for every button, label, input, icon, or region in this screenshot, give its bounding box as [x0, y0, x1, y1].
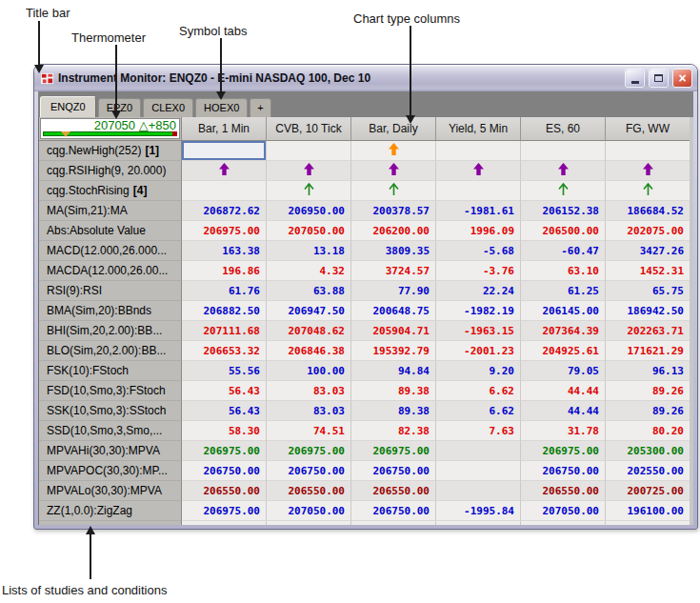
- grid-cell[interactable]: -1995.84: [436, 501, 521, 521]
- grid-cell[interactable]: 89.26: [606, 381, 690, 401]
- grid-cell[interactable]: [436, 141, 521, 161]
- grid-cell[interactable]: [351, 181, 436, 201]
- grid-cell[interactable]: 44.44: [521, 401, 606, 421]
- grid-cell[interactable]: [521, 141, 606, 161]
- grid-cell[interactable]: 9.20: [436, 361, 521, 381]
- grid-cell[interactable]: 74.51: [267, 421, 351, 441]
- grid-cell[interactable]: 206750.00: [351, 461, 436, 481]
- grid-cell[interactable]: 206975.00: [182, 221, 267, 241]
- grid-cell[interactable]: 79.05: [521, 361, 606, 381]
- grid-cell[interactable]: 207111.68: [182, 321, 267, 341]
- grid-cell[interactable]: 7.63: [436, 421, 521, 441]
- grid-cell[interactable]: [267, 181, 351, 201]
- grid-cell[interactable]: 206500.00: [521, 221, 606, 241]
- study-row-label[interactable]: BHI(Sim,20,2.00):BB...: [39, 321, 182, 341]
- grid-cell[interactable]: 22.24: [436, 281, 521, 301]
- grid-cell[interactable]: -60.47: [521, 241, 606, 261]
- grid-cell[interactable]: 206200.00: [351, 221, 436, 241]
- grid-cell[interactable]: 200725.00: [606, 481, 690, 501]
- grid-cell[interactable]: 207050.00: [267, 501, 351, 521]
- grid-cell[interactable]: 6.62: [436, 401, 521, 421]
- grid-cell[interactable]: [606, 161, 690, 181]
- grid-cell[interactable]: 3427.26: [606, 241, 690, 261]
- study-row-label[interactable]: MACDA(12.000,26.00...: [39, 261, 182, 281]
- minimize-button[interactable]: [625, 69, 645, 88]
- grid-cell[interactable]: 89.38: [351, 381, 436, 401]
- grid-cell[interactable]: [436, 161, 521, 181]
- grid-cell[interactable]: 207364.39: [521, 321, 606, 341]
- grid-cell[interactable]: [521, 181, 606, 201]
- grid-cell[interactable]: 206550.00: [182, 481, 267, 501]
- grid-cell[interactable]: 204925.61: [521, 341, 606, 361]
- grid-cell[interactable]: 56.43: [182, 401, 267, 421]
- grid-cell[interactable]: 206750.00: [267, 461, 351, 481]
- grid-cell[interactable]: 4.32: [267, 261, 351, 281]
- grid-cell[interactable]: 206653.32: [182, 341, 267, 361]
- grid-cell[interactable]: 82.38: [351, 421, 436, 441]
- grid-cell[interactable]: 94.84: [351, 361, 436, 381]
- grid-cell[interactable]: [521, 161, 606, 181]
- study-row-label[interactable]: MPVALo(30,30):MPVA: [39, 481, 182, 501]
- grid-cell[interactable]: 206750.00: [521, 461, 606, 481]
- grid-cell[interactable]: 205300.00: [606, 441, 690, 461]
- grid-cell[interactable]: [351, 141, 436, 161]
- grid-cell[interactable]: 206975.00: [521, 441, 606, 461]
- study-row-label[interactable]: MA(Sim,21):MA: [39, 201, 182, 221]
- study-row-label[interactable]: cqg.RSIHigh(9, 20.000): [39, 161, 182, 181]
- grid-cell[interactable]: [436, 181, 521, 201]
- grid-cell[interactable]: 206975.00: [267, 441, 351, 461]
- grid-cell[interactable]: [267, 161, 351, 181]
- grid-cell[interactable]: 63.10: [521, 261, 606, 281]
- study-row-label[interactable]: cqg.StochRising[4]: [39, 181, 182, 201]
- maximize-button[interactable]: [649, 69, 669, 88]
- grid-cell[interactable]: -3.76: [436, 261, 521, 281]
- grid-cell[interactable]: 206947.50: [267, 301, 351, 321]
- grid-cell[interactable]: 1452.31: [606, 261, 690, 281]
- study-row-label[interactable]: RSI(9):RSI: [39, 281, 182, 301]
- grid-cell[interactable]: 206750.00: [351, 501, 436, 521]
- grid-cell[interactable]: -1963.15: [436, 321, 521, 341]
- study-row-label[interactable]: SSD(10,Smo,3,Smo,...: [39, 421, 182, 441]
- grid-cell[interactable]: 206750.00: [182, 461, 267, 481]
- study-row-label[interactable]: FSD(10,Smo,3):FStoch: [39, 381, 182, 401]
- tab-hoex0[interactable]: HOEX0: [195, 98, 248, 117]
- grid-cell[interactable]: -1982.19: [436, 301, 521, 321]
- grid-cell[interactable]: 61.76: [182, 281, 267, 301]
- column-header[interactable]: Yield, 5 Min: [436, 117, 521, 141]
- grid-cell[interactable]: 3809.35: [351, 241, 436, 261]
- grid-cell[interactable]: [436, 481, 521, 501]
- grid-cell[interactable]: 13.18: [267, 241, 351, 261]
- grid-cell[interactable]: 100.00: [267, 361, 351, 381]
- study-row-label[interactable]: SSK(10,Smo,3):SStoch: [39, 401, 182, 421]
- grid-cell[interactable]: 80.20: [606, 421, 690, 441]
- study-row-label[interactable]: MPVAHi(30,30):MPVA: [39, 441, 182, 461]
- column-header[interactable]: Bar, Daily: [351, 117, 436, 141]
- grid-cell[interactable]: 186684.52: [606, 201, 690, 221]
- grid-cell[interactable]: 96.13: [606, 361, 690, 381]
- grid-cell[interactable]: [606, 181, 690, 201]
- grid-cell[interactable]: 89.38: [351, 401, 436, 421]
- grid-cell[interactable]: 206550.00: [521, 481, 606, 501]
- grid-cell[interactable]: 206975.00: [182, 441, 267, 461]
- column-header[interactable]: Bar, 1 Min: [182, 117, 267, 141]
- grid-cell[interactable]: -1981.61: [436, 201, 521, 221]
- grid-cell[interactable]: 202075.00: [606, 221, 690, 241]
- grid-cell[interactable]: [182, 141, 267, 161]
- grid-cell[interactable]: 196.86: [182, 261, 267, 281]
- grid-cell[interactable]: [351, 161, 436, 181]
- grid-cell[interactable]: [182, 161, 267, 181]
- grid-cell[interactable]: 200378.57: [351, 201, 436, 221]
- grid-cell[interactable]: 61.25: [521, 281, 606, 301]
- grid-cell[interactable]: 207048.62: [267, 321, 351, 341]
- grid-cell[interactable]: 83.03: [267, 381, 351, 401]
- grid-cell[interactable]: 163.38: [182, 241, 267, 261]
- column-header[interactable]: FG, WW: [606, 117, 690, 141]
- tab-clex0[interactable]: CLEX0: [143, 98, 193, 117]
- grid-cell[interactable]: 44.44: [521, 381, 606, 401]
- grid-cell[interactable]: 206550.00: [267, 481, 351, 501]
- column-header[interactable]: CVB, 10 Tick: [267, 117, 351, 141]
- column-header[interactable]: ES, 60: [521, 117, 606, 141]
- study-row-label[interactable]: BLO(Sim,20,2.00):BB...: [39, 341, 182, 361]
- grid-cell[interactable]: 200648.75: [351, 301, 436, 321]
- grid-cell[interactable]: 83.03: [267, 401, 351, 421]
